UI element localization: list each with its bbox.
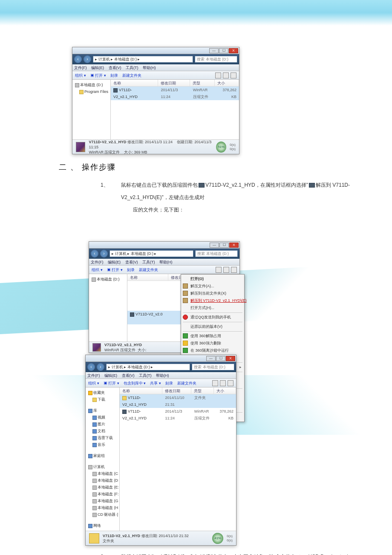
col-size[interactable]: 大小 [215,80,239,86]
search-input[interactable]: 搜索 本地磁盘 (D:) [192,364,234,370]
tree-videos[interactable]: 视频 [86,414,118,421]
forward-icon[interactable]: › [84,55,91,63]
col-type[interactable]: 类型 [191,387,213,394]
open-button[interactable]: ▣ 打开 ▾ [104,379,119,387]
ctx-open[interactable]: 打开(O) [181,275,244,283]
tree-downloads[interactable]: 下载 [86,396,118,403]
col-size[interactable]: 大小 [214,387,236,394]
col-name[interactable]: 名称 [111,80,158,86]
burn-button[interactable]: 刻录 [127,266,135,274]
preview-icon[interactable] [223,267,229,273]
forward-icon[interactable]: › [100,250,108,257]
open-button[interactable]: ▣ 打开 ▾ [90,71,106,80]
menu-edit[interactable]: 编辑(E) [104,373,117,378]
preview-icon[interactable] [220,380,226,386]
ctx-360-unlock[interactable]: 使用 360解除占用 [181,332,244,340]
ctx-open-with[interactable]: 打开方式(H)... [181,304,244,312]
maximize-button[interactable]: ☐ [219,48,228,53]
ctx-extract-here[interactable]: 解压到当前文件夹(X) [181,290,244,297]
menu-tool[interactable]: 工具(T) [139,373,152,378]
menu-view[interactable]: 查看(V) [125,260,138,264]
tree-cd[interactable]: CD 驱动器 (I:) [86,511,118,518]
menu-file[interactable]: 文件(F) [87,373,100,378]
back-icon[interactable]: ‹ [74,55,82,63]
address-bar[interactable]: ▸ 计算机 ▸ 本地磁盘 (D:) ▸ [110,250,193,257]
organize-button[interactable]: 组织 ▾ [75,71,86,80]
tree-pictures[interactable]: 图片 [86,421,118,428]
newfolder-button[interactable]: 新建文件夹 [122,71,141,80]
col-name[interactable]: 名称 [127,274,168,280]
organize-button[interactable]: 组织 ▾ [92,266,103,274]
ctx-qq-send[interactable]: 通过QQ发送到我的手机 [181,314,244,321]
help-icon[interactable] [228,380,233,386]
tree-music[interactable]: 音乐 [86,441,118,448]
view-icon[interactable] [216,267,222,273]
ctx-360-sandbox[interactable]: 在 360隔离沙箱中运行 [181,347,244,354]
back-icon[interactable]: ‹ [91,250,98,257]
tree-drive-c[interactable]: 本地磁盘 (C:) [86,470,118,477]
share-button[interactable]: 共享 ▾ [150,379,161,387]
ctx-revert[interactable]: 还原以前的版本(V) [181,323,244,330]
ctx-extract-to[interactable]: 解压到 V711D-V2_v2.1_HYD\(E) [181,297,244,304]
back-icon[interactable]: ‹ [87,363,95,371]
close-button[interactable]: X [229,243,239,248]
view-icon[interactable] [212,380,218,386]
search-input[interactable]: 搜索 本地磁盘 (D:) [195,56,237,63]
address-bar[interactable]: ▸ 计算机 ▸ 本地磁盘 (D:) ▸ [106,364,190,370]
menu-view[interactable]: 查看(V) [109,66,121,70]
maximize-button[interactable]: ☐ [216,356,225,361]
tree-network[interactable]: 网络 [86,522,118,529]
minimize-button[interactable]: — [206,356,216,361]
ctx-360-delete[interactable]: 使用 360强力删除 [181,340,244,347]
menu-edit[interactable]: 编辑(E) [91,66,104,70]
newfolder-button[interactable]: 新建文件夹 [177,379,196,387]
tree-drive-f[interactable]: 本地磁盘 (F:) [86,491,118,497]
col-date[interactable]: 修改日期 [162,387,191,394]
tree-drive-h[interactable]: 本地磁盘 (H:) [86,504,118,511]
tree-drive-d[interactable]: 本地磁盘 (D:) [73,81,110,88]
tree-xunlei[interactable]: 迅雷下载 [86,434,118,441]
tree-homegroup[interactable]: 家庭组 [86,452,118,459]
forward-icon[interactable]: › [97,363,104,371]
menu-help[interactable]: 帮助(H) [143,66,156,70]
tree-documents[interactable]: 文档 [86,428,118,434]
search-input[interactable]: 搜索 本地磁盘 (D:) [195,250,238,257]
tree-drive-g[interactable]: 本地磁盘 (G:) [86,497,118,504]
menu-file[interactable]: 文件(F) [74,66,87,70]
menu-edit[interactable]: 编辑(E) [108,260,121,264]
close-button[interactable]: X [226,356,235,361]
menu-file[interactable]: 文件(F) [91,260,104,264]
col-name[interactable]: 名称 [120,387,162,394]
col-type[interactable]: 类型 [190,80,214,86]
tree-computer[interactable]: 计算机 [86,463,118,470]
menu-tool[interactable]: 工具(T) [126,66,138,70]
organize-button[interactable]: 组织 ▾ [88,379,99,387]
folder-row[interactable]: V711D-V2_v2.1_HYD 2014/11/10 21:31 文件夹 [120,394,236,408]
tree-libraries[interactable]: 库 [86,407,118,414]
menu-tool[interactable]: 工具(T) [142,260,155,264]
tree-drive-d[interactable]: 本地磁盘 (D:) [90,276,126,283]
help-icon[interactable] [231,72,236,78]
menu-view[interactable]: 查看(V) [122,373,135,378]
view-icon[interactable] [215,72,221,78]
burn-button[interactable]: 刻录 [165,379,173,387]
close-button[interactable]: X [229,48,238,53]
tree-drive-e[interactable]: 本地磁盘 (E:) [86,484,118,491]
file-row[interactable]: V711D-V2_v2.1_HYD 2014/11/3 11:24 WinRAR… [111,87,239,100]
file-row[interactable]: V711D-V2_v2.1_HYD 2014/11/3 11:24 WinRAR… [120,408,236,422]
tree-drive-d[interactable]: 本地磁盘 (D:) [86,477,118,484]
help-icon[interactable] [231,267,237,273]
minimize-button[interactable]: — [209,48,219,53]
menu-help[interactable]: 帮助(H) [156,373,169,378]
ctx-extract-files[interactable]: 解压文件(A)... [181,283,244,290]
col-date[interactable]: 修改日期 [158,80,190,86]
maximize-button[interactable]: ☐ [219,243,229,248]
newfolder-button[interactable]: 新建文件夹 [139,266,158,274]
tree-folder[interactable]: Program Files [73,88,110,95]
minimize-button[interactable]: — [210,243,219,248]
include-button[interactable]: 包含到库中 ▾ [124,379,146,387]
address-bar[interactable]: ▸ 计算机 ▸ 本地磁盘 (D:) ▸ [93,56,193,63]
menu-help[interactable]: 帮助(H) [159,260,173,264]
tree-favorites[interactable]: 收藏夹 [86,389,118,396]
preview-icon[interactable] [223,72,229,78]
